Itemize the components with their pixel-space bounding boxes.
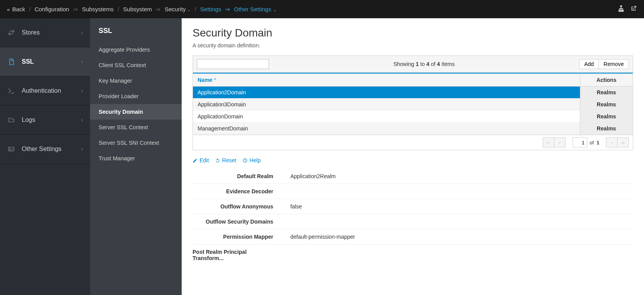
table-row[interactable]: ManagementDomain Realms bbox=[193, 123, 633, 135]
sidebar-item-ssl[interactable]: SSL › bbox=[0, 47, 90, 76]
primary-sidebar: Stores › SSL › Authentication › Logs › O… bbox=[0, 18, 90, 295]
sidebar-item-label: Other Settings bbox=[22, 146, 61, 153]
page-input[interactable] bbox=[573, 137, 587, 148]
back-link[interactable]: « Back bbox=[7, 6, 25, 12]
arrow-right-icon: ⇒ bbox=[73, 6, 78, 13]
realms-action[interactable]: Realms bbox=[580, 111, 633, 123]
breadcrumb-separator: / bbox=[194, 6, 196, 12]
topology-icon[interactable] bbox=[618, 5, 625, 13]
topbar: « Back / Configuration ⇒ Subsystems / Su… bbox=[0, 0, 644, 18]
breadcrumb-subsystems[interactable]: Subsystems bbox=[82, 6, 114, 12]
arrow-right-icon: ⇒ bbox=[225, 6, 230, 13]
detail-label: Permission Mapper bbox=[193, 234, 282, 240]
breadcrumb: « Back / Configuration ⇒ Subsystems / Su… bbox=[7, 6, 276, 13]
page-last-button[interactable]: » bbox=[617, 137, 629, 148]
table-row[interactable]: Application3Domain Realms bbox=[193, 99, 633, 111]
breadcrumb-other-settings[interactable]: Other Settings⌄ bbox=[234, 6, 276, 12]
detail-value bbox=[282, 219, 290, 225]
detail-label: Outflow Anonymous bbox=[193, 203, 282, 210]
cell-name: Application2Domain bbox=[193, 87, 580, 99]
page-next-button[interactable]: › bbox=[606, 137, 618, 148]
idcard-icon bbox=[7, 145, 16, 153]
breadcrumb-configuration[interactable]: Configuration bbox=[35, 6, 69, 12]
edit-link[interactable]: Edit bbox=[193, 157, 209, 163]
main-content: Security Domain A security domain defini… bbox=[182, 18, 644, 295]
arrow-right-icon: ⇒ bbox=[156, 6, 161, 13]
chevron-right-icon: › bbox=[81, 87, 83, 94]
svg-rect-3 bbox=[621, 6, 622, 7]
sidebar-item-label: Logs bbox=[22, 116, 35, 123]
external-link-icon[interactable] bbox=[630, 5, 637, 13]
detail-label: Post Realm Principal Transform... bbox=[193, 249, 282, 261]
sidebar-item-logs[interactable]: Logs › bbox=[0, 106, 90, 135]
page-prev-button[interactable]: ‹ bbox=[554, 137, 566, 148]
table-toolbar: Showing 1 to 4 of 4 Items Add Remove bbox=[193, 56, 633, 73]
caret-down-icon: ⌄ bbox=[187, 7, 191, 12]
detail-row: Outflow Security Domains bbox=[193, 214, 633, 229]
secondary-sidebar: SSL Aggregate Providers Client SSL Conte… bbox=[90, 18, 182, 295]
question-circle-icon bbox=[243, 158, 248, 163]
breadcrumb-subsystem[interactable]: Subsystem bbox=[123, 6, 152, 12]
subnav-server-ssl-context[interactable]: Server SSL Context bbox=[90, 120, 182, 135]
detail-row: Post Realm Principal Transform... bbox=[193, 245, 633, 266]
chevron-right-icon: › bbox=[81, 58, 83, 65]
subnav-trust-manager[interactable]: Trust Manager bbox=[90, 151, 182, 166]
sidebar-item-authentication[interactable]: Authentication › bbox=[0, 76, 90, 106]
chevron-right-icon: › bbox=[81, 146, 83, 153]
sidebar-item-label: Stores bbox=[22, 29, 40, 36]
realms-action[interactable]: Realms bbox=[580, 87, 633, 99]
breadcrumb-settings[interactable]: Settings bbox=[200, 6, 221, 12]
data-table: Showing 1 to 4 of 4 Items Add Remove Nam… bbox=[193, 56, 633, 150]
subnav-client-ssl-context[interactable]: Client SSL Context bbox=[90, 57, 182, 73]
reset-link[interactable]: Reset bbox=[215, 157, 236, 163]
chevron-right-icon: › bbox=[81, 116, 83, 123]
subnav-security-domain[interactable]: Security Domain bbox=[90, 104, 182, 120]
pagination: « ‹ of 1 › » bbox=[193, 135, 633, 150]
pencil-icon bbox=[193, 158, 198, 163]
detail-row: Permission Mapper default-permission-map… bbox=[193, 229, 633, 245]
sidebar-item-other-settings[interactable]: Other Settings › bbox=[0, 135, 90, 164]
breadcrumb-separator: / bbox=[29, 6, 31, 12]
detail-actions: Edit Reset Help bbox=[193, 157, 633, 163]
breadcrumb-security[interactable]: Security⌄ bbox=[165, 6, 191, 12]
page-of-label: of 1 bbox=[590, 140, 599, 146]
detail-label: Evidence Decoder bbox=[193, 188, 282, 194]
detail-row: Evidence Decoder bbox=[193, 184, 633, 199]
page-title: Security Domain bbox=[193, 27, 633, 39]
detail-row: Default Realm Application2Realm bbox=[193, 169, 633, 184]
transfer-icon bbox=[7, 28, 16, 37]
realms-action[interactable]: Realms bbox=[580, 123, 633, 135]
column-header-actions: Actions bbox=[580, 73, 633, 87]
sidebar-item-label: Authentication bbox=[22, 87, 61, 94]
svg-rect-1 bbox=[621, 10, 622, 12]
table-status: Showing 1 to 4 of 4 Items bbox=[269, 61, 579, 67]
subnav-aggregate-providers[interactable]: Aggregate Providers bbox=[90, 42, 182, 57]
svg-rect-0 bbox=[619, 10, 620, 12]
column-header-name[interactable]: Name˄ bbox=[193, 73, 580, 87]
sidebar-item-stores[interactable]: Stores › bbox=[0, 18, 90, 47]
table-row[interactable]: Application2Domain Realms bbox=[193, 87, 633, 99]
page-first-button[interactable]: « bbox=[543, 137, 554, 148]
sidebar-item-label: SSL bbox=[22, 58, 34, 65]
subnav-key-manager[interactable]: Key Manager bbox=[90, 73, 182, 88]
table-row[interactable]: ApplicationDomain Realms bbox=[193, 111, 633, 123]
cell-name: Application3Domain bbox=[193, 99, 580, 111]
detail-value: Application2Realm bbox=[282, 173, 336, 179]
breadcrumb-separator: / bbox=[118, 6, 119, 12]
filter-input[interactable] bbox=[197, 59, 269, 69]
subnav-server-ssl-sni-context[interactable]: Server SSL SNI Context bbox=[90, 135, 182, 151]
detail-list: Default Realm Application2Realm Evidence… bbox=[193, 169, 633, 266]
subnav-provider-loader[interactable]: Provider Loader bbox=[90, 88, 182, 104]
remove-button[interactable]: Remove bbox=[599, 59, 629, 69]
terminal-icon bbox=[7, 87, 16, 95]
detail-label: Outflow Security Domains bbox=[193, 219, 282, 225]
cell-name: ApplicationDomain bbox=[193, 111, 580, 123]
add-button[interactable]: Add bbox=[579, 59, 599, 69]
detail-value: false bbox=[282, 203, 302, 210]
page-subtitle: A security domain definition. bbox=[193, 42, 633, 49]
secondary-sidebar-title: SSL bbox=[90, 25, 182, 42]
file-icon bbox=[7, 57, 16, 66]
help-link[interactable]: Help bbox=[243, 157, 261, 163]
realms-action[interactable]: Realms bbox=[580, 99, 633, 111]
detail-value bbox=[282, 188, 290, 194]
